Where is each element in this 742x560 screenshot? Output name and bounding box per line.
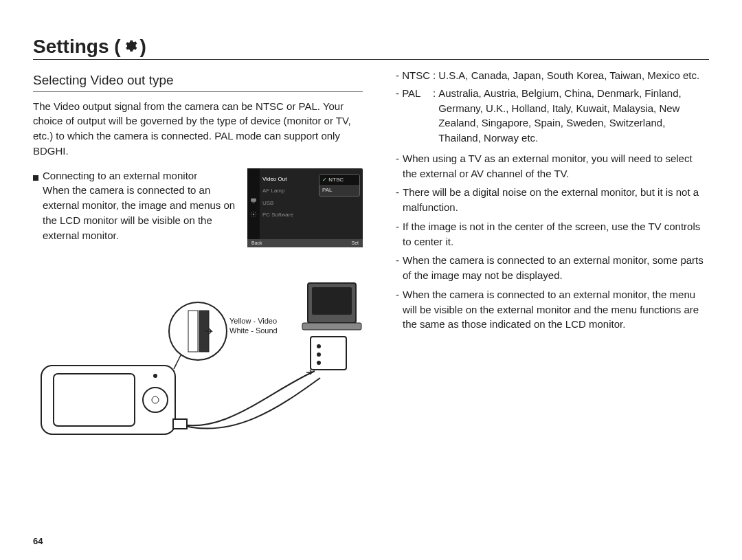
svg-rect-19 — [173, 419, 187, 429]
monitor-icon — [250, 197, 257, 204]
svg-rect-14 — [302, 323, 361, 330]
square-bullet-icon — [33, 175, 38, 181]
svg-point-7 — [153, 374, 157, 378]
svg-rect-4 — [54, 374, 135, 426]
diagram-label-video: Yellow - Video — [229, 316, 278, 326]
svg-rect-13 — [312, 287, 352, 315]
note-item: When the camera is connected to an exter… — [403, 287, 709, 332]
def-desc: Australia, Austria, Belgium, China, Denm… — [438, 86, 709, 146]
popup-option-ntsc: NTSC — [319, 175, 359, 186]
svg-rect-15 — [311, 337, 346, 370]
svg-point-2 — [253, 214, 255, 216]
menu-item: USB — [262, 199, 293, 208]
video-out-popup: NTSC PAL — [319, 174, 360, 197]
camera-menu-screenshot: Video Out AF Lamp USB PC Software NTSC P… — [247, 168, 363, 247]
diagram-label-sound: White - Sound — [229, 326, 278, 335]
svg-point-17 — [317, 352, 321, 357]
connection-diagram: Yellow - Video White - Sound — [33, 262, 363, 441]
connect-body: When the camera is connected to an exter… — [33, 183, 239, 243]
title-suffix: ) — [140, 36, 146, 58]
svg-point-16 — [317, 344, 321, 348]
gear-icon — [122, 36, 137, 58]
popup-option-pal: PAL — [319, 185, 359, 196]
connect-heading: Connecting to an external monitor — [33, 168, 239, 183]
menu-item: Video Out — [262, 175, 293, 183]
subsection-title: Selecting Video out type — [33, 71, 363, 92]
intro-paragraph: The Video output signal from the camera … — [33, 99, 363, 159]
page-title: Settings ( ) — [33, 36, 146, 58]
notes-list: - When using a TV as an external monitor… — [396, 151, 709, 332]
page-heading: Settings ( ) — [33, 36, 709, 60]
svg-line-11 — [174, 355, 181, 369]
right-column: - NTSC : U.S.A, Canada, Japan, South Kor… — [396, 68, 709, 441]
menu-item: AF Lamp — [262, 187, 293, 195]
left-column: Selecting Video out type The Video outpu… — [33, 68, 363, 441]
svg-rect-0 — [251, 199, 256, 202]
note-item: If the image is not in the center of the… — [403, 219, 709, 249]
footer-set-label: Set — [351, 240, 359, 247]
page-number: 64 — [33, 536, 43, 546]
title-prefix: Settings ( — [33, 36, 121, 58]
gear-icon — [250, 211, 257, 218]
svg-point-18 — [317, 361, 321, 365]
def-term: - PAL — [396, 86, 433, 101]
footer-back-label: Back — [251, 240, 262, 247]
def-term: - NTSC — [396, 68, 433, 83]
menu-item: PC Software — [262, 211, 293, 219]
note-item: When using a TV as an external monitor, … — [403, 151, 709, 181]
note-item: There will be a digital noise on the ext… — [403, 185, 709, 215]
note-item: When the camera is connected to an exter… — [403, 253, 709, 283]
def-desc: U.S.A, Canada, Japan, South Korea, Taiwa… — [438, 68, 709, 83]
svg-rect-1 — [252, 203, 254, 203]
format-definitions: - NTSC : U.S.A, Canada, Japan, South Kor… — [396, 68, 709, 146]
